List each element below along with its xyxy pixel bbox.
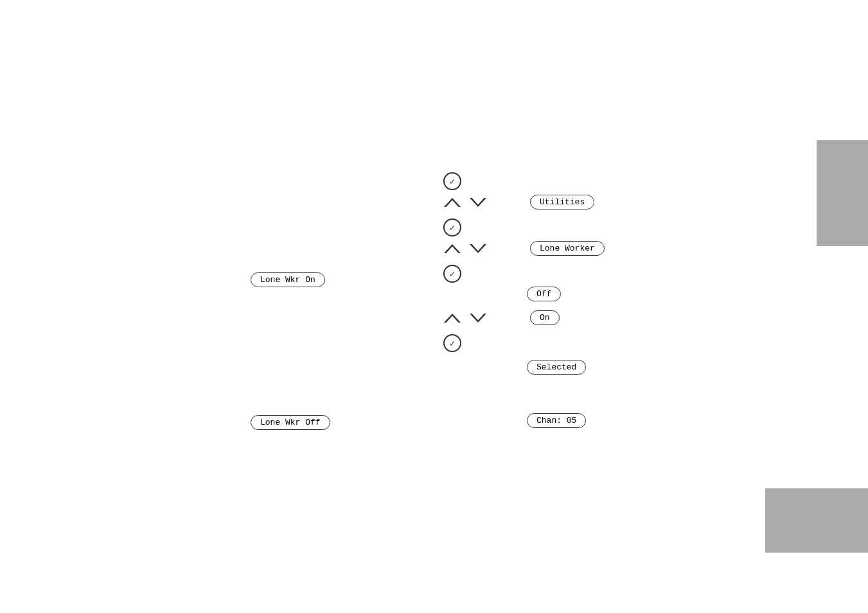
lone-wkr-on-pill: Lone Wkr On (251, 272, 325, 287)
selected-pill: Selected (527, 360, 586, 375)
arrow-down-lone-worker[interactable] (469, 242, 487, 255)
utilities-pill: Utilities (530, 195, 594, 209)
arrow-up-lone-worker[interactable] (443, 242, 461, 255)
check-row-4: ✓ (443, 334, 461, 352)
arrow-down-on[interactable] (469, 312, 487, 324)
arrow-up-utilities[interactable] (443, 196, 461, 209)
on-pill: On (530, 310, 560, 325)
checkmark-icon-2[interactable]: ✓ (443, 218, 461, 236)
chan-row: Chan: 05 (443, 413, 586, 428)
off-row: Off (443, 287, 561, 301)
check-row-3: ✓ (443, 265, 461, 283)
arrow-up-on[interactable] (443, 312, 461, 324)
checkmark-icon-1[interactable]: ✓ (443, 172, 461, 190)
on-row: On (443, 310, 560, 325)
lone-wkr-off-label: Lone Wkr Off (251, 415, 330, 430)
check-row-1: ✓ (443, 172, 461, 190)
lone-worker-row: Lone Worker (443, 241, 605, 256)
checkmark-icon-3[interactable]: ✓ (443, 265, 461, 283)
arrow-down-utilities[interactable] (469, 196, 487, 209)
gray-sidebar-top (817, 140, 868, 246)
gray-sidebar-bottom (765, 488, 868, 553)
utilities-row: Utilities (443, 195, 594, 209)
selected-row: Selected (443, 360, 586, 375)
check-row-2: ✓ (443, 218, 461, 236)
lone-wkr-off-pill: Lone Wkr Off (251, 415, 330, 430)
checkmark-icon-4[interactable]: ✓ (443, 334, 461, 352)
chan-pill: Chan: 05 (527, 413, 586, 428)
lone-wkr-on-label: Lone Wkr On (251, 272, 325, 287)
off-pill: Off (527, 287, 561, 301)
lone-worker-pill: Lone Worker (530, 241, 605, 256)
